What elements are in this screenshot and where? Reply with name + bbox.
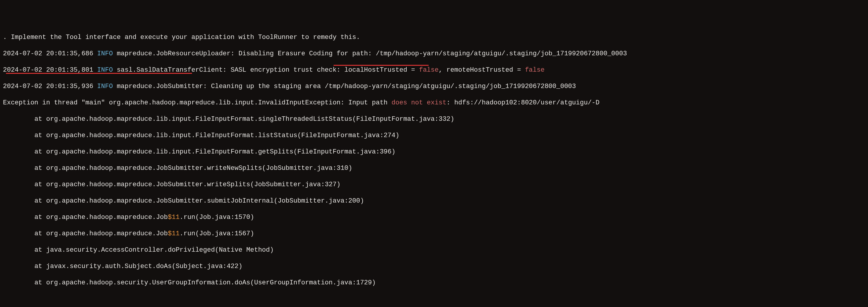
exception-text: Exception in thread "main" org.apache.ha…: [3, 99, 392, 107]
bool-false: false: [525, 66, 545, 74]
log-timestamp: 2024-07-02 20:01:35,801: [3, 66, 97, 74]
stacktrace-text: at org.apache.hadoop.mapreduce.JobSubmit…: [3, 181, 340, 188]
log-message: , remoteHostTrusted =: [438, 66, 525, 74]
stacktrace-text: at org.apache.hadoop.mapreduce.lib.input…: [3, 132, 399, 139]
stacktrace-line: at org.apache.hadoop.mapreduce.Job$11.ru…: [3, 213, 865, 222]
stacktrace-line: at org.apache.hadoop.mapreduce.lib.input…: [3, 132, 865, 140]
stacktrace-text: .run(Job.java:1567): [180, 230, 254, 238]
log-line: 2024-07-02 20:01:35,686 INFO mapreduce.J…: [3, 50, 865, 58]
log-message: mapreduce.JobSubmitter: Cleaning up the …: [113, 83, 576, 90]
stacktrace-text: .run(Job.java:1570): [180, 214, 254, 221]
stacktrace-line: at org.apache.hadoop.mapreduce.Job$11.ru…: [3, 230, 865, 238]
log-text: . Implement the Tool interface and execu…: [3, 34, 360, 41]
stacktrace-line: at org.apache.hadoop.mapreduce.JobSubmit…: [3, 164, 865, 172]
stacktrace-text: at org.apache.hadoop.mapreduce.lib.input…: [3, 148, 395, 156]
stacktrace-line: at org.apache.hadoop.security.UserGroupI…: [3, 279, 865, 287]
log-level-info: INFO: [97, 83, 113, 90]
log-level-info: INFO: [97, 50, 113, 57]
exception-path: : hdfs://hadoop102:8020/user/atguigu/-D: [446, 99, 599, 107]
stacktrace-text: at javax.security.auth.Subject.doAs(Subj…: [3, 263, 242, 270]
stacktrace-line: at javax.security.auth.Subject.doAs(Subj…: [3, 262, 865, 271]
log-level-info: INFO: [97, 66, 113, 74]
log-timestamp: 2024-07-02 20:01:35,686: [3, 50, 97, 57]
log-message: sasl.SaslDataTransferClient: SASL encryp…: [113, 66, 419, 74]
exception-line: Exception in thread "main" org.apache.ha…: [3, 99, 865, 107]
stacktrace-line: at org.apache.hadoop.mapreduce.lib.input…: [3, 148, 865, 156]
log-timestamp: 2024-07-02 20:01:35,936: [3, 83, 97, 90]
log-line: 2024-07-02 20:01:35,801 INFO sasl.SaslDa…: [3, 66, 865, 74]
log-message: mapreduce.JobResourceUploader: Disabling…: [113, 50, 627, 57]
stacktrace-text: at org.apache.hadoop.mapreduce.Job: [3, 230, 168, 238]
bool-false: false: [419, 66, 438, 74]
inner-class-ref: $11: [168, 214, 180, 221]
stacktrace-text: at org.apache.hadoop.mapreduce.lib.input…: [3, 115, 454, 123]
log-line: 2024-07-02 20:01:35,936 INFO mapreduce.J…: [3, 82, 865, 91]
log-line: . Implement the Tool interface and execu…: [3, 33, 865, 41]
annotation-underline: [334, 65, 429, 66]
stacktrace-text: at org.apache.hadoop.mapreduce.JobSubmit…: [3, 165, 352, 172]
stacktrace-text: at org.apache.hadoop.mapreduce.JobSubmit…: [3, 197, 364, 205]
stacktrace-line: at org.apache.hadoop.mapreduce.JobSubmit…: [3, 197, 865, 205]
stacktrace-text: at org.apache.hadoop.security.UserGroupI…: [3, 279, 376, 286]
stacktrace-line: at java.security.AccessController.doPriv…: [3, 246, 865, 254]
stacktrace-line: at org.apache.hadoop.mapreduce.lib.input…: [3, 115, 865, 123]
stacktrace-line: at org.apache.hadoop.mapreduce.JobSubmit…: [3, 180, 865, 189]
inner-class-ref: $11: [168, 230, 180, 238]
stacktrace-text: at java.security.AccessController.doPriv…: [3, 246, 274, 254]
stacktrace-text: at org.apache.hadoop.mapreduce.Job: [3, 214, 168, 221]
error-highlight: does not exist: [392, 99, 446, 107]
